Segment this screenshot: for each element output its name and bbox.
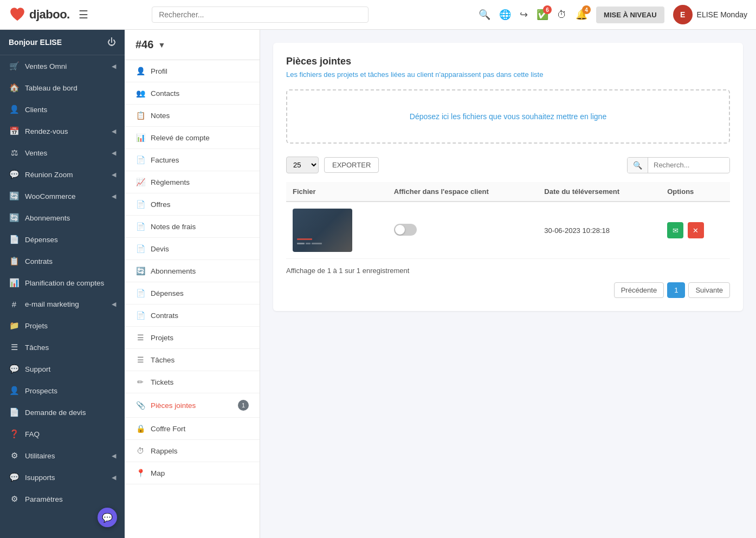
- panel-item-notes-frais[interactable]: 📄 Notes de frais: [125, 216, 260, 238]
- sidebar-item-prospects[interactable]: 👤 Prospects: [0, 380, 125, 401]
- panel-item-reglements[interactable]: 📈 Règlements: [125, 171, 260, 193]
- sidebar-icon-contrats: 📋: [9, 256, 20, 266]
- user-area[interactable]: E ELISE Monday: [673, 5, 747, 24]
- export-button[interactable]: EXPORTER: [324, 157, 379, 173]
- delete-button-0[interactable]: ✕: [688, 222, 704, 238]
- sidebar-item-woocommerce[interactable]: 🔄 WooCommerce ◀: [0, 185, 125, 207]
- panel-item-profil[interactable]: 👤 Profil: [125, 60, 260, 82]
- sidebar-item-isupports[interactable]: 💬 Isupports ◀: [0, 466, 125, 488]
- sidebar-item-faq[interactable]: ❓ FAQ: [0, 423, 125, 445]
- sidebar-item-rendez-vous[interactable]: 📅 Rendez-vous ◀: [0, 120, 125, 142]
- sidebar-item-reunion-zoom[interactable]: 💬 Réunion Zoom ◀: [0, 164, 125, 185]
- sidebar-item-ventes-omni[interactable]: 🛒 Ventes Omni ◀: [0, 55, 125, 77]
- panel-item-contacts[interactable]: 👥 Contacts: [125, 82, 260, 105]
- sidebar-label-woocommerce: WooCommerce: [25, 192, 76, 200]
- panel-item-offres[interactable]: 📄 Offres: [125, 193, 260, 216]
- next-page-button[interactable]: Suivante: [688, 282, 730, 298]
- avatar: E: [673, 5, 693, 24]
- sidebar-label-planification: Planification de comptes: [25, 279, 104, 287]
- sidebar-arrow-email-marketing: ◀: [112, 301, 116, 308]
- sidebar-label-demande-devis: Demande de devis: [25, 409, 86, 417]
- panel-item-factures[interactable]: 📄 Factures: [125, 149, 260, 171]
- per-page-select[interactable]: 25 50 100: [286, 157, 319, 173]
- globe-button[interactable]: 🌐: [499, 9, 511, 21]
- upgrade-button[interactable]: MISE À NIVEAU: [596, 7, 664, 23]
- toggle-switch-0[interactable]: [394, 224, 417, 236]
- cell-options-0: ✉ ✕: [661, 202, 730, 259]
- sidebar-header: Bonjour ELISE ⏻: [0, 30, 125, 55]
- sidebar-item-tableau-de-bord[interactable]: 🏠 Tableau de bord: [0, 77, 125, 99]
- table-header-row: Fichier Afficher dans l'espace client Da…: [286, 182, 730, 202]
- sidebar-item-depenses[interactable]: 📄 Dépenses: [0, 229, 125, 250]
- panel-item-rappels[interactable]: ⏱ Rappels: [125, 440, 260, 462]
- logo-text: djaboo.: [29, 8, 70, 22]
- bell-button[interactable]: 🔔 4: [576, 9, 587, 21]
- sidebar-icon-projets: 📁: [9, 321, 20, 330]
- sidebar-icon-rendez-vous: 📅: [9, 126, 20, 136]
- hamburger-icon[interactable]: ☰: [79, 8, 88, 21]
- sidebar-arrow-isupports: ◀: [112, 474, 116, 481]
- sidebar-label-ventes-omni: Ventes Omni: [25, 62, 67, 70]
- sidebar-arrow-ventes-omni: ◀: [112, 63, 116, 70]
- sidebar-item-contrats[interactable]: 📋 Contrats: [0, 250, 125, 272]
- table-body: 30-06-2023 10:28:18 ✉ ✕: [286, 202, 730, 259]
- sidebar-items: 🛒 Ventes Omni ◀ 🏠 Tableau de bord 👤 Clie…: [0, 55, 125, 510]
- sidebar-power-icon[interactable]: ⏻: [107, 37, 116, 47]
- toggle-track-0[interactable]: [394, 224, 417, 236]
- panel-label-coffre-fort: Coffre Fort: [151, 425, 185, 433]
- panel-item-pieces-jointes[interactable]: 📎 Pièces jointes 1: [125, 393, 260, 418]
- panel-item-contrats[interactable]: 📄 Contrats: [125, 304, 260, 327]
- sidebar-icon-ventes: ⚖: [9, 148, 20, 158]
- search-input[interactable]: [152, 7, 369, 23]
- panel-dropdown-icon[interactable]: ▼: [158, 41, 165, 49]
- sidebar-arrow-rendez-vous: ◀: [112, 128, 116, 135]
- topbar-icons: 🔍 🌐 ↪ ✅ 6 ⏱ 🔔 4 MISE À NIVEAU E ELISE Mo…: [479, 5, 747, 24]
- chat-bubble[interactable]: 💬: [98, 508, 117, 527]
- sidebar-item-support[interactable]: 💬 Support: [0, 358, 125, 380]
- share-button[interactable]: ↪: [520, 9, 528, 21]
- panel-item-devis[interactable]: 📄 Devis: [125, 238, 260, 260]
- panel-item-abonnements[interactable]: 🔄 Abonnements: [125, 260, 260, 282]
- sidebar-item-projets[interactable]: 📁 Projets: [0, 315, 125, 336]
- sidebar-item-ventes[interactable]: ⚖ Ventes ◀: [0, 142, 125, 164]
- file-thumbnail-0[interactable]: [293, 209, 352, 252]
- panel-label-profil: Profil: [151, 67, 167, 75]
- sidebar-item-email-marketing[interactable]: # e-mail marketing ◀: [0, 294, 125, 315]
- sidebar-label-clients: Clients: [25, 106, 47, 114]
- sidebar-item-utilitaires[interactable]: ⚙ Utilitaires ◀: [0, 445, 125, 466]
- panel-item-projets[interactable]: ☰ Projets: [125, 327, 260, 349]
- panel-item-coffre-fort[interactable]: 🔒 Coffre Fort: [125, 418, 260, 440]
- panel-menu: 👤 Profil 👥 Contacts 📋 Notes 📊 Relevé de …: [125, 60, 260, 484]
- drop-zone-text: Déposez ici les fichiers que vous souhai…: [410, 112, 606, 121]
- prev-page-button[interactable]: Précédente: [614, 282, 664, 298]
- sidebar-item-parametres[interactable]: ⚙ Paramètres: [0, 488, 125, 510]
- panel-label-offres: Offres: [151, 200, 171, 209]
- drop-zone[interactable]: Déposez ici les fichiers que vous souhai…: [286, 89, 730, 144]
- email-button-0[interactable]: ✉: [667, 222, 683, 238]
- clock-button[interactable]: ⏱: [557, 9, 567, 21]
- sidebar-item-clients[interactable]: 👤 Clients: [0, 99, 125, 120]
- sidebar-icon-clients: 👤: [9, 105, 20, 114]
- sidebar-item-planification[interactable]: 📊 Planification de comptes: [0, 272, 125, 294]
- logo-icon: [9, 6, 26, 23]
- panel-item-releve-compte[interactable]: 📊 Relevé de compte: [125, 127, 260, 149]
- panel-icon-devis: 📄: [135, 244, 145, 253]
- current-page-button[interactable]: 1: [667, 282, 685, 298]
- panel-item-map[interactable]: 📍 Map: [125, 462, 260, 484]
- panel-item-depenses[interactable]: 📄 Dépenses: [125, 282, 260, 304]
- panel-icon-coffre-fort: 🔒: [135, 424, 145, 433]
- panel-item-taches[interactable]: ☰ Tâches: [125, 349, 260, 371]
- sidebar-label-contrats: Contrats: [25, 257, 53, 265]
- sidebar-icon-support: 💬: [9, 364, 20, 374]
- sidebar-item-demande-devis[interactable]: 📄 Demande de devis: [0, 401, 125, 423]
- panel-item-tickets[interactable]: ✏ Tickets: [125, 371, 260, 393]
- panel-item-notes[interactable]: 📋 Notes: [125, 105, 260, 127]
- file-thumb-inner-0: [293, 209, 352, 252]
- tasks-button[interactable]: ✅ 6: [537, 9, 548, 21]
- sidebar-item-taches[interactable]: ☰ Tâches: [0, 336, 125, 358]
- table-search-input[interactable]: [648, 158, 729, 172]
- panel-label-reglements: Règlements: [151, 178, 190, 186]
- sidebar-item-abonnements[interactable]: 🔄 Abonnements: [0, 207, 125, 229]
- table-toolbar: 25 50 100 EXPORTER 🔍: [286, 157, 730, 173]
- search-button[interactable]: 🔍: [479, 9, 490, 21]
